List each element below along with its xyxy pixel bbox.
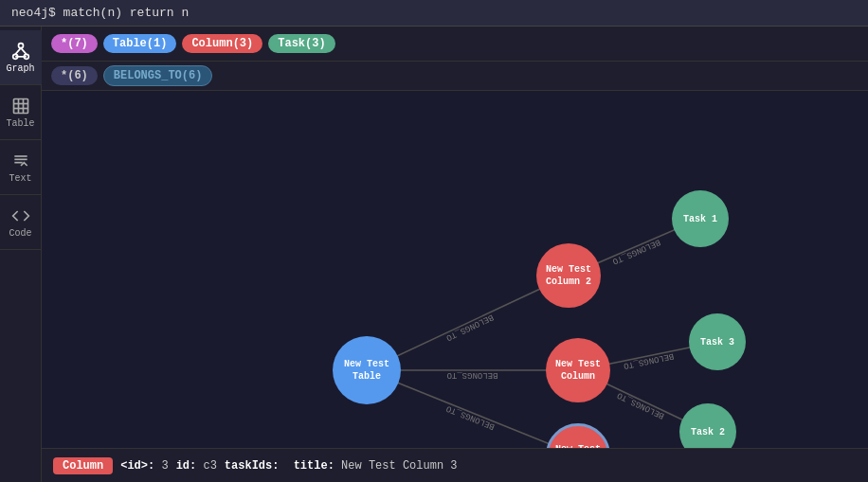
status-id-key: <id>: — [120, 459, 154, 473]
svg-text:BELONGS_TO: BELONGS_TO — [616, 390, 666, 420]
badge-table[interactable]: Table(1) — [103, 34, 177, 53]
badge-all[interactable]: *(7) — [51, 34, 98, 53]
svg-line-3 — [15, 47, 21, 54]
content-area: *(7) Table(1) Column(3) Task(3) *(6) BEL… — [42, 27, 868, 482]
svg-text:BELONGS_TO: BELONGS_TO — [611, 237, 662, 266]
node-col2[interactable]: New Test Column — [546, 338, 610, 402]
status-title-value: New Test Column 3 — [341, 459, 457, 473]
status-id-label: <id>: 3 — [120, 459, 168, 473]
graph-svg: BELONGS_TOBELONGS_TOBELONGS_TOBELONGS_TO… — [42, 91, 868, 448]
sidebar: Graph Table Text — [0, 27, 42, 482]
status-id-value: 3 — [161, 459, 168, 473]
main-area: Graph Table Text — [0, 27, 868, 482]
status-type-badge: Column — [53, 457, 113, 474]
sidebar-code-label: Code — [9, 228, 31, 239]
node-table1[interactable]: New Test Table — [333, 336, 401, 404]
table-icon — [11, 97, 30, 116]
toolbar-nodes: *(7) Table(1) Column(3) Task(3) — [42, 27, 868, 62]
sidebar-item-table[interactable]: Table — [0, 85, 42, 140]
badge-rel-all[interactable]: *(6) — [51, 66, 98, 85]
svg-text:BELONGS_TO: BELONGS_TO — [446, 370, 497, 380]
status-title-key: title: — [294, 459, 335, 473]
sidebar-item-text[interactable]: Text — [0, 140, 42, 195]
text-icon — [11, 152, 30, 170]
status-taskids-label: taskIds: — [225, 459, 286, 473]
svg-line-4 — [21, 47, 27, 54]
node-col3[interactable]: New Test Column 3 — [546, 423, 610, 448]
sidebar-graph-label: Graph — [6, 63, 34, 74]
sidebar-table-label: Table — [6, 118, 34, 129]
node-col1[interactable]: New Test Column 2 — [536, 243, 601, 308]
graph-icon — [11, 42, 30, 61]
code-icon — [11, 206, 30, 225]
svg-text:BELONGS_TO: BELONGS_TO — [445, 403, 497, 431]
svg-text:BELONGS_TO: BELONGS_TO — [444, 312, 495, 343]
status-taskids-key: taskIds: — [225, 459, 280, 473]
status-id-field-value: c3 — [203, 459, 216, 473]
node-task3[interactable]: Task 3 — [689, 313, 746, 370]
title-bar: neo4j$ match(n) return n — [0, 0, 868, 27]
status-bar: Column <id>: 3 id: c3 taskIds: title: Ne… — [42, 448, 868, 482]
node-task1[interactable]: Task 1 — [672, 190, 729, 247]
sidebar-item-graph[interactable]: Graph — [0, 30, 42, 85]
svg-point-0 — [18, 43, 23, 47]
status-id-field: id: — [176, 459, 197, 473]
graph-area: BELONGS_TOBELONGS_TOBELONGS_TOBELONGS_TO… — [42, 91, 868, 448]
badge-task[interactable]: Task(3) — [268, 34, 335, 53]
badge-belongs-to[interactable]: BELONGS_TO(6) — [103, 65, 213, 86]
sidebar-text-label: Text — [9, 173, 31, 184]
status-title-label: title: New Test Column 3 — [294, 459, 458, 473]
status-id-key-label: id: c3 — [176, 459, 217, 473]
badge-column[interactable]: Column(3) — [182, 34, 262, 53]
sidebar-item-code[interactable]: Code — [0, 195, 42, 250]
query-text: neo4j$ match(n) return n — [11, 6, 189, 20]
svg-text:BELONGS_TO: BELONGS_TO — [623, 351, 675, 371]
svg-rect-6 — [13, 98, 27, 113]
toolbar-rels: *(6) BELONGS_TO(6) — [42, 62, 868, 91]
node-task2[interactable]: Task 2 — [679, 403, 736, 448]
